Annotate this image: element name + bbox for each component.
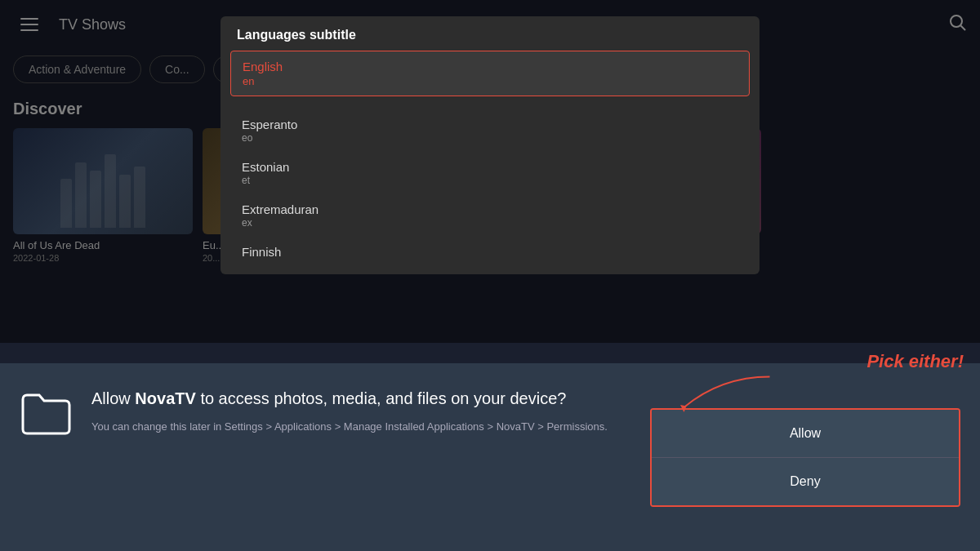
lang-name: Extremaduran <box>242 202 738 216</box>
lang-code: ex <box>242 217 738 229</box>
allow-button[interactable]: Allow <box>652 410 959 458</box>
permission-title: Allow NovaTV to access photos, media, an… <box>91 388 630 409</box>
dropdown-search-box[interactable]: English en <box>230 51 750 96</box>
dropdown-list: Esperanto eo Estonian et Extremaduran ex… <box>220 103 760 274</box>
lang-item-finnish[interactable]: Finnish <box>220 237 760 268</box>
permission-text: Allow NovaTV to access photos, media, an… <box>91 388 630 435</box>
lang-item-extremaduran[interactable]: Extremaduran ex <box>220 194 760 237</box>
folder-icon <box>20 391 72 447</box>
lang-item-estonian[interactable]: Estonian et <box>220 152 760 194</box>
lang-item-esperanto[interactable]: Esperanto eo <box>220 109 760 152</box>
permission-dialog: Allow NovaTV to access photos, media, an… <box>0 363 980 551</box>
lang-code: eo <box>242 132 738 144</box>
lang-name: Estonian <box>242 160 738 174</box>
dropdown-title: Languages subtitle <box>220 16 760 51</box>
lang-code: et <box>242 175 738 186</box>
app-name: NovaTV <box>135 389 195 407</box>
annotation-text: Pick either! <box>866 351 964 371</box>
deny-button[interactable]: Deny <box>652 458 959 505</box>
lang-name: Finnish <box>242 245 738 259</box>
pick-annotation: Pick either! <box>866 351 964 372</box>
language-dropdown: Languages subtitle English en Esperanto … <box>220 16 760 274</box>
selected-language-code: en <box>243 75 737 87</box>
permission-buttons: Allow Deny <box>650 408 960 507</box>
permission-subtitle: You can change this later in Settings > … <box>91 419 630 435</box>
selected-language-name: English <box>243 60 737 73</box>
lang-name: Esperanto <box>242 118 738 131</box>
